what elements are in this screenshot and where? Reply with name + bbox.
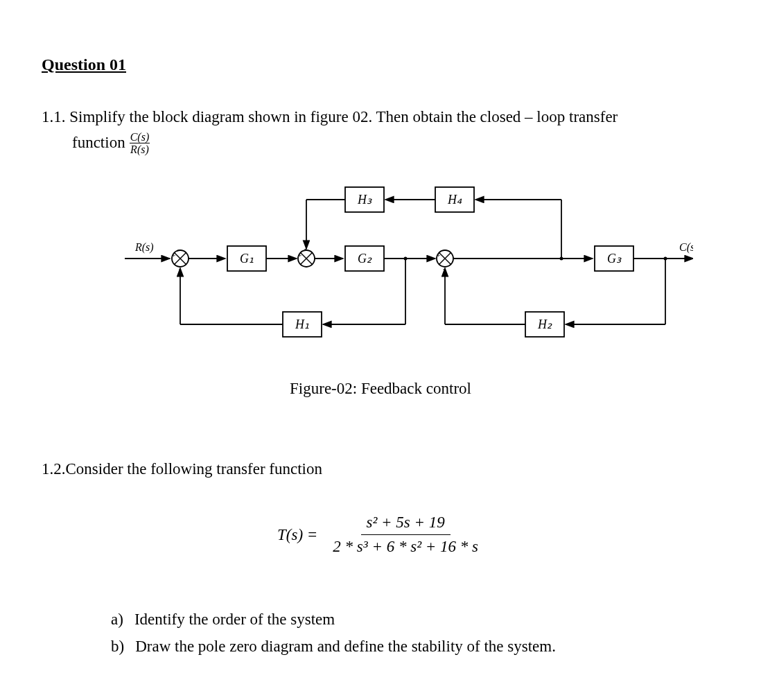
block-g2: G₂ — [345, 246, 384, 271]
tf-fraction: s² + 5s + 19 2 * s³ + 6 * s² + 16 * s — [327, 513, 484, 558]
document-page: Question 01 1.1. Simplify the block diag… — [0, 0, 761, 700]
output-label: C(s) — [679, 241, 693, 254]
svg-text:H₃: H₃ — [357, 193, 372, 207]
block-h2: H₂ — [525, 312, 564, 337]
svg-text:H₂: H₂ — [537, 317, 552, 331]
q11-func-word: function — [72, 131, 125, 155]
svg-text:+: + — [172, 252, 176, 259]
q11-text: 1.1. Simplify the block diagram shown in… — [42, 105, 719, 130]
input-label: R(s) — [134, 241, 154, 254]
q11-function-line: function C(s) R(s) — [42, 131, 719, 156]
block-h1: H₁ — [283, 312, 322, 337]
transfer-function-equation: T(s) = s² + 5s + 19 2 * s³ + 6 * s² + 16… — [42, 513, 719, 558]
tf-den: 2 * s³ + 6 * s² + 16 * s — [327, 535, 484, 557]
svg-text:H₄: H₄ — [447, 193, 462, 207]
q12-intro: 1.2.Consider the following transfer func… — [42, 460, 719, 478]
svg-text:H₁: H₁ — [295, 317, 309, 331]
frac-num: C(s) — [130, 131, 150, 144]
block-g3: G₃ — [595, 246, 633, 271]
part-a-marker: a) — [111, 606, 123, 633]
part-b-text: Draw the pole zero diagram and define th… — [135, 633, 556, 660]
svg-text:G₂: G₂ — [358, 252, 372, 265]
q11-line1: Simplify the block diagram shown in figu… — [69, 108, 618, 125]
question-title: Question 01 — [42, 55, 719, 74]
tf-num: s² + 5s + 19 — [361, 513, 451, 536]
svg-text:+: + — [298, 252, 302, 259]
part-a-text: Identify the order of the system — [134, 606, 335, 633]
figure-caption: Figure-02: Feedback control — [42, 380, 719, 398]
cs-over-rs: C(s) R(s) — [130, 131, 150, 156]
tf-lhs: T(s) = — [277, 526, 317, 544]
q11-number: 1.1. — [42, 108, 66, 125]
block-g1: G₁ — [227, 246, 266, 271]
block-diagram-svg: R(s) + - G₁ + — [90, 175, 693, 356]
part-a: a) Identify the order of the system — [111, 606, 719, 633]
part-b-marker: b) — [111, 633, 124, 660]
block-h4: H₄ — [435, 187, 474, 212]
svg-text:G₁: G₁ — [240, 252, 254, 265]
frac-den: R(s) — [130, 143, 150, 156]
part-b: b) Draw the pole zero diagram and define… — [111, 633, 719, 660]
svg-text:G₃: G₃ — [607, 252, 622, 265]
subparts: a) Identify the order of the system b) D… — [42, 606, 719, 660]
svg-text:+: + — [437, 252, 441, 259]
block-diagram-figure: R(s) + - G₁ + — [42, 175, 719, 398]
block-h3: H₃ — [345, 187, 384, 212]
